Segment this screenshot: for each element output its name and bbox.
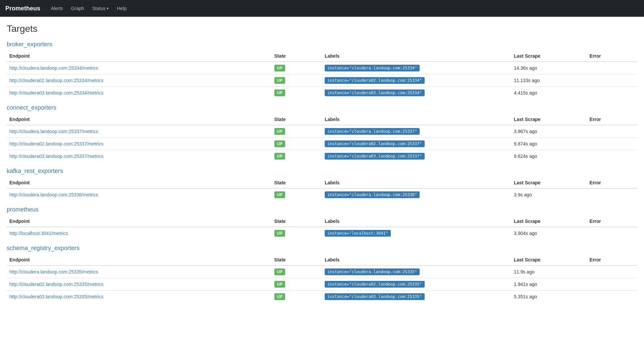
section-title-schema_registry_exporters[interactable]: schema_registry_exporters (7, 245, 637, 252)
last-scrape-value: 3.967s ago (511, 125, 587, 138)
endpoint-link[interactable]: http://localhost:3041/metrics (9, 231, 68, 236)
last-scrape-value: 9.624s ago (511, 150, 587, 163)
error-value (587, 125, 637, 138)
error-value (587, 278, 637, 291)
table-row: http://cloudera.landoop.com:25334/metric… (7, 62, 637, 74)
section-title-connect_exporters[interactable]: connect_exporters (7, 104, 637, 111)
col-header-labels: Labels (322, 177, 511, 188)
label-badge: instance="localhost:3041" (325, 230, 391, 237)
table-row: http://cloudera02.landoop.com:25337/metr… (7, 138, 637, 150)
label-badge: instance="cloudera.landoop.com:25335" (325, 268, 420, 275)
table-prometheus: EndpointStateLabelsLast ScrapeErrorhttp:… (7, 216, 637, 239)
col-header-endpoint: Endpoint (7, 216, 272, 227)
col-header-endpoint: Endpoint (7, 51, 272, 62)
last-scrape-value: 5.351s ago (511, 291, 587, 303)
col-header-last-scrape: Last Scrape (511, 216, 587, 227)
state-badge: UP (274, 89, 285, 96)
state-badge: UP (274, 191, 285, 198)
table-row: http://cloudera.landoop.com:25337/metric… (7, 125, 637, 138)
navbar: Prometheus Alerts Graph Status Help (0, 0, 644, 17)
endpoint-link[interactable]: http://cloudera03.landoop.com:25334/metr… (9, 90, 103, 96)
state-badge: UP (274, 230, 285, 237)
last-scrape-value: 11.133s ago (511, 74, 587, 87)
endpoint-link[interactable]: http://cloudera.landoop.com:25337/metric… (9, 129, 98, 134)
section-title-prometheus[interactable]: prometheus (7, 206, 637, 213)
error-value (587, 188, 637, 201)
col-header-last-scrape: Last Scrape (511, 51, 587, 62)
section-title-kafka_rest_exporters[interactable]: kafka_rest_exporters (7, 168, 637, 175)
endpoint-link[interactable]: http://cloudera02.landoop.com:25337/metr… (9, 141, 103, 146)
col-header-error: Error (587, 114, 637, 125)
table-row: http://cloudera.landoop.com:25336/metric… (7, 188, 637, 201)
col-header-endpoint: Endpoint (7, 254, 272, 265)
label-badge: instance="cloudera02.landoop.com:25335" (325, 281, 425, 288)
error-value (587, 291, 637, 303)
col-header-labels: Labels (322, 114, 511, 125)
endpoint-link[interactable]: http://cloudera03.landoop.com:25335/metr… (9, 294, 103, 299)
col-header-state: State (272, 254, 322, 265)
label-badge: instance="cloudera.landoop.com:25334" (325, 65, 420, 71)
table-row: http://cloudera03.landoop.com:25334/metr… (7, 87, 637, 99)
table-row: http://cloudera03.landoop.com:25335/metr… (7, 291, 637, 303)
label-badge: instance="cloudera02.landoop.com:25337" (325, 140, 425, 147)
state-badge: UP (274, 281, 285, 288)
col-header-error: Error (587, 216, 637, 227)
col-header-last-scrape: Last Scrape (511, 114, 587, 125)
section-title-broker_exporters[interactable]: broker_exporters (7, 41, 637, 48)
sections-container: broker_exportersEndpointStateLabelsLast … (7, 41, 637, 303)
label-badge: instance="cloudera03.landoop.com:25335" (325, 293, 425, 300)
error-value (587, 265, 637, 278)
col-header-endpoint: Endpoint (7, 114, 272, 125)
navbar-brand[interactable]: Prometheus (5, 5, 40, 12)
state-badge: UP (274, 268, 285, 275)
error-value (587, 227, 637, 239)
table-row: http://cloudera03.landoop.com:25337/metr… (7, 150, 637, 163)
endpoint-link[interactable]: http://cloudera03.landoop.com:25337/metr… (9, 154, 103, 159)
state-badge: UP (274, 293, 285, 300)
table-schema_registry_exporters: EndpointStateLabelsLast ScrapeErrorhttp:… (7, 254, 637, 303)
nav-status[interactable]: Status (88, 3, 113, 14)
last-scrape-value: 11.9s ago (511, 265, 587, 278)
label-badge: instance="cloudera02.landoop.com:25334" (325, 77, 425, 84)
nav-help[interactable]: Help (113, 3, 130, 14)
table-row: http://cloudera.landoop.com:25335/metric… (7, 265, 637, 278)
last-scrape-value: 14.36s ago (511, 62, 587, 74)
col-header-labels: Labels (322, 254, 511, 265)
col-header-error: Error (587, 254, 637, 265)
last-scrape-value: 3.9s ago (511, 188, 587, 201)
nav-alerts[interactable]: Alerts (47, 3, 67, 14)
col-header-last-scrape: Last Scrape (511, 254, 587, 265)
table-broker_exporters: EndpointStateLabelsLast ScrapeErrorhttp:… (7, 51, 637, 99)
endpoint-link[interactable]: http://cloudera.landoop.com:25335/metric… (9, 269, 98, 275)
col-header-state: State (272, 177, 322, 188)
page-title: Targets (7, 23, 637, 34)
state-badge: UP (274, 128, 285, 135)
col-header-error: Error (587, 51, 637, 62)
last-scrape-value: 9.874s ago (511, 138, 587, 150)
nav-graph[interactable]: Graph (67, 3, 88, 14)
endpoint-link[interactable]: http://cloudera02.landoop.com:25335/metr… (9, 282, 103, 287)
col-header-state: State (272, 114, 322, 125)
state-badge: UP (274, 140, 285, 147)
last-scrape-value: 1.941s ago (511, 278, 587, 291)
table-row: http://localhost:3041/metricsUPinstance=… (7, 227, 637, 239)
error-value (587, 150, 637, 163)
state-badge: UP (274, 65, 285, 71)
error-value (587, 74, 637, 87)
main-content: Targets broker_exportersEndpointStateLab… (0, 17, 644, 311)
label-badge: instance="cloudera03.landoop.com:25337" (325, 153, 425, 160)
col-header-endpoint: Endpoint (7, 177, 272, 188)
col-header-labels: Labels (322, 51, 511, 62)
label-badge: instance="cloudera.landoop.com:25337" (325, 128, 420, 135)
endpoint-link[interactable]: http://cloudera02.landoop.com:25334/metr… (9, 78, 103, 83)
col-header-error: Error (587, 177, 637, 188)
col-header-last-scrape: Last Scrape (511, 177, 587, 188)
last-scrape-value: 3.904s ago (511, 227, 587, 239)
endpoint-link[interactable]: http://cloudera.landoop.com:25334/metric… (9, 65, 98, 71)
table-connect_exporters: EndpointStateLabelsLast ScrapeErrorhttp:… (7, 114, 637, 162)
table-row: http://cloudera02.landoop.com:25335/metr… (7, 278, 637, 291)
col-header-state: State (272, 51, 322, 62)
col-header-labels: Labels (322, 216, 511, 227)
table-row: http://cloudera02.landoop.com:25334/metr… (7, 74, 637, 87)
endpoint-link[interactable]: http://cloudera.landoop.com:25336/metric… (9, 192, 98, 197)
